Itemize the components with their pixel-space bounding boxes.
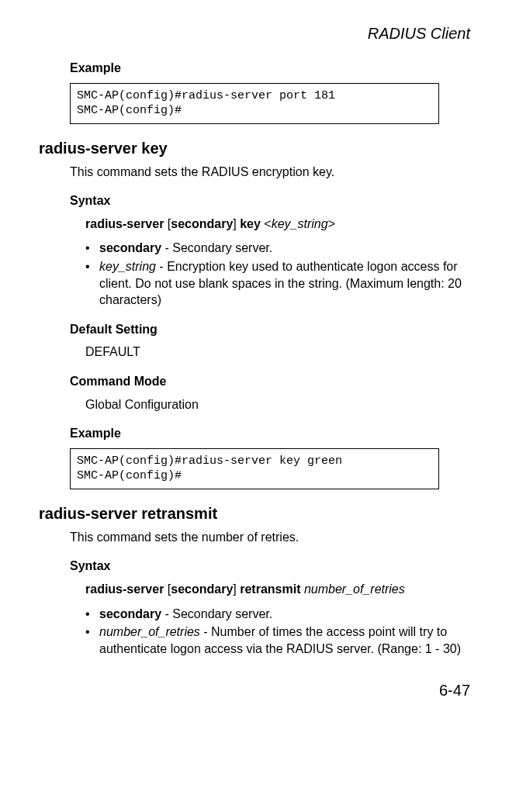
bullet-key-1: key_string - Encryption key used to auth… <box>85 258 470 309</box>
example-label-1: Example <box>70 60 470 77</box>
syntax-line-key: radius-server [secondary] key <key_strin… <box>85 216 470 233</box>
code-box-2: SMC-AP(config)#radius-server key green S… <box>70 448 439 489</box>
bullet-list-retransmit: secondary - Secondary server. number_of_… <box>39 606 470 658</box>
default-setting-label: Default Setting <box>70 321 470 338</box>
page-header-title: RADIUS Client <box>39 23 470 44</box>
heading-radius-server-key: radius-server key <box>39 138 470 159</box>
syntax-label-key: Syntax <box>70 192 470 209</box>
page-number: 6-47 <box>39 680 470 701</box>
syntax-label-retransmit: Syntax <box>70 558 470 575</box>
default-setting-value: DEFAULT <box>85 344 470 361</box>
command-mode-value: Global Configuration <box>85 396 470 413</box>
syntax-line-retransmit: radius-server [secondary] retransmit num… <box>85 581 470 598</box>
desc-radius-server-key: This command sets the RADIUS encryption … <box>70 164 470 181</box>
heading-radius-server-retransmit: radius-server retransmit <box>39 503 470 524</box>
command-mode-label: Command Mode <box>70 373 470 390</box>
bullet-retransmit-1: number_of_retries - Number of times the … <box>85 624 470 657</box>
example-label-2: Example <box>70 425 470 442</box>
bullet-key-0: secondary - Secondary server. <box>85 240 470 257</box>
desc-radius-server-retransmit: This command sets the number of retries. <box>70 529 470 546</box>
code-box-1: SMC-AP(config)#radius-server port 181 SM… <box>70 83 439 124</box>
bullet-retransmit-0: secondary - Secondary server. <box>85 606 470 623</box>
bullet-list-key: secondary - Secondary server. key_string… <box>39 240 470 308</box>
